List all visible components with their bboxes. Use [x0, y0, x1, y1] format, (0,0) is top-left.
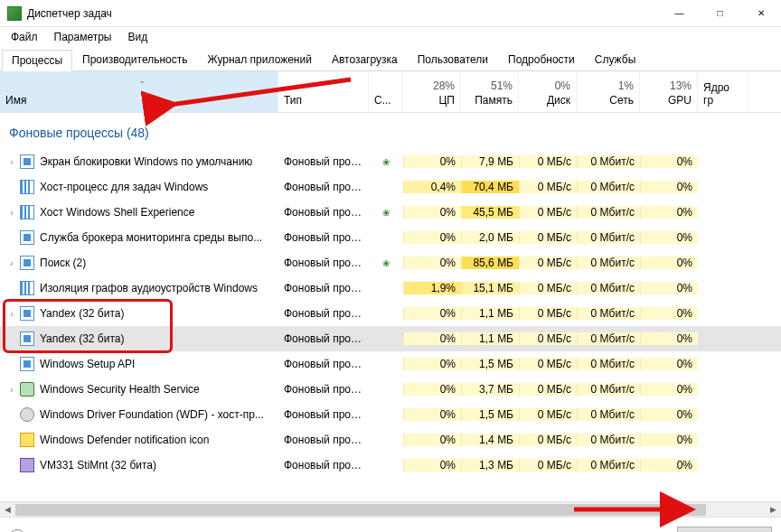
process-cpu: 0% — [403, 408, 461, 421]
process-name: Хост Windows Shell Experience — [40, 206, 194, 219]
process-cpu: 1,9% — [403, 282, 461, 294]
process-list[interactable]: Фоновые процессы (48) ›Экран блокировки … — [0, 113, 781, 501]
minimize-button[interactable]: — — [659, 0, 700, 27]
process-cpu: 0% — [403, 383, 461, 396]
process-memory: 70,4 МБ — [461, 181, 519, 193]
process-icon — [20, 306, 34, 321]
process-disk: 0 МБ/с — [519, 257, 577, 269]
menu-bar: Файл Параметры Вид — [0, 27, 781, 47]
end-task-button[interactable]: Снять задачу — [677, 527, 772, 533]
process-disk: 0 МБ/с — [519, 434, 577, 446]
process-network: 0 Мбит/с — [577, 332, 640, 345]
tab-1[interactable]: Производительность — [72, 49, 197, 70]
process-type: Фоновый процесс — [278, 332, 369, 345]
process-name: Windows Driver Foundation (WDF) - хост-п… — [40, 408, 264, 421]
process-row[interactable]: ›Экран блокировки Windows по умолчаниюФо… — [0, 149, 781, 174]
expand-icon[interactable]: › — [5, 208, 18, 218]
cpu-percent: 28% — [433, 79, 455, 92]
tab-0[interactable]: Процессы — [2, 50, 72, 71]
process-name: Windows Defender notification icon — [40, 434, 209, 446]
process-gpu: 0% — [640, 257, 698, 269]
expand-icon[interactable]: › — [5, 385, 18, 395]
process-cpu: 0% — [403, 231, 461, 244]
process-row[interactable]: Хост-процесс для задач WindowsФоновый пр… — [0, 174, 781, 200]
chevron-up-icon: ⌃ — [9, 529, 25, 533]
process-icon — [20, 458, 34, 472]
tab-2[interactable]: Журнал приложений — [198, 49, 322, 70]
process-gpu: 0% — [640, 358, 698, 370]
footer: ⌃ Меньше Снять задачу — [0, 517, 781, 532]
process-row[interactable]: VM331 StiMnt (32 бита)Фоновый процесс0%1… — [0, 453, 781, 478]
column-gpu-core[interactable]: Ядро гр — [698, 71, 748, 112]
close-button[interactable]: ✕ — [740, 0, 781, 27]
expand-icon[interactable]: › — [5, 258, 18, 268]
process-gpu: 0% — [640, 434, 698, 446]
process-network: 0 Мбит/с — [577, 155, 640, 168]
process-cpu: 0% — [403, 434, 461, 446]
process-row[interactable]: Изоляция графов аудиоустройств WindowsФо… — [0, 275, 781, 301]
menu-view[interactable]: Вид — [120, 29, 155, 45]
process-type: Фоновый процесс — [278, 383, 369, 396]
process-type: Фоновый процесс — [278, 181, 369, 193]
column-network[interactable]: 1% Сеть — [577, 71, 640, 112]
process-type: Фоновый процесс — [278, 282, 369, 294]
process-icon — [20, 331, 34, 346]
process-row[interactable]: Windows Defender notification iconФоновы… — [0, 427, 781, 453]
process-row[interactable]: Служба брокера мониторинга среды выпо...… — [0, 225, 781, 250]
process-network: 0 Мбит/с — [577, 434, 640, 446]
column-status[interactable]: С... — [369, 71, 403, 112]
scroll-thumb[interactable] — [15, 504, 706, 516]
column-name-label: Имя — [5, 94, 26, 107]
expand-icon[interactable]: › — [5, 309, 18, 319]
tab-6[interactable]: Службы — [585, 49, 645, 70]
process-icon — [20, 205, 34, 219]
process-type: Фоновый процесс — [278, 408, 369, 421]
maximize-button[interactable]: □ — [700, 0, 740, 27]
expand-icon[interactable]: › — [5, 157, 18, 167]
column-gpu[interactable]: 13% GPU — [640, 71, 698, 112]
process-row[interactable]: Yandex (32 бита)Фоновый процесс0%1,1 МБ0… — [0, 326, 781, 351]
column-memory[interactable]: 51% Память — [461, 71, 519, 112]
process-cpu: 0% — [403, 155, 461, 168]
disk-label: Диск — [547, 94, 570, 107]
scroll-track[interactable] — [15, 502, 766, 517]
tab-3[interactable]: Автозагрузка — [322, 49, 408, 70]
process-row[interactable]: ›Windows Security Health ServiceФоновый … — [0, 377, 781, 402]
process-status: ❀ — [369, 208, 403, 218]
process-icon — [20, 433, 34, 447]
horizontal-scrollbar[interactable]: ◀ ▶ — [0, 501, 781, 517]
process-disk: 0 МБ/с — [519, 459, 577, 471]
menu-options[interactable]: Параметры — [47, 29, 119, 45]
column-cpu[interactable]: 28% ЦП — [403, 71, 461, 112]
process-row[interactable]: Windows Driver Foundation (WDF) - хост-п… — [0, 402, 781, 427]
process-row[interactable]: Windows Setup APIФоновый процесс0%1,5 МБ… — [0, 351, 781, 377]
column-disk[interactable]: 0% Диск — [519, 71, 577, 112]
process-network: 0 Мбит/с — [577, 282, 640, 294]
column-name[interactable]: ⌄ Имя — [0, 71, 278, 112]
process-network: 0 Мбит/с — [577, 231, 640, 244]
process-icon — [20, 357, 34, 371]
process-memory: 1,5 МБ — [461, 358, 519, 370]
process-cpu: 0% — [403, 358, 461, 370]
column-type[interactable]: Тип — [278, 71, 369, 112]
scroll-right-button[interactable]: ▶ — [766, 502, 781, 517]
process-name: VM331 StiMnt (32 бита) — [40, 459, 156, 471]
process-row[interactable]: ›Yandex (32 бита)Фоновый процесс0%1,1 МБ… — [0, 301, 781, 326]
process-network: 0 Мбит/с — [577, 358, 640, 370]
process-type: Фоновый процесс — [278, 434, 369, 446]
process-row[interactable]: ›Поиск (2)Фоновый процесс❀0%85,6 МБ0 МБ/… — [0, 250, 781, 275]
process-gpu: 0% — [640, 332, 698, 345]
process-icon — [20, 382, 34, 397]
process-name: Изоляция графов аудиоустройств Windows — [40, 282, 258, 294]
process-type: Фоновый процесс — [278, 358, 369, 370]
process-memory: 1,1 МБ — [461, 307, 519, 320]
process-type: Фоновый процесс — [278, 206, 369, 219]
scroll-left-button[interactable]: ◀ — [0, 502, 15, 517]
tab-5[interactable]: Подробности — [498, 49, 585, 70]
menu-file[interactable]: Файл — [4, 29, 45, 45]
fewer-details-button[interactable]: ⌃ Меньше — [9, 529, 72, 533]
process-row[interactable]: ›Хост Windows Shell ExperienceФоновый пр… — [0, 200, 781, 225]
process-name: Поиск (2) — [40, 257, 86, 269]
tab-4[interactable]: Пользователи — [408, 49, 498, 70]
process-gpu: 0% — [640, 181, 698, 193]
